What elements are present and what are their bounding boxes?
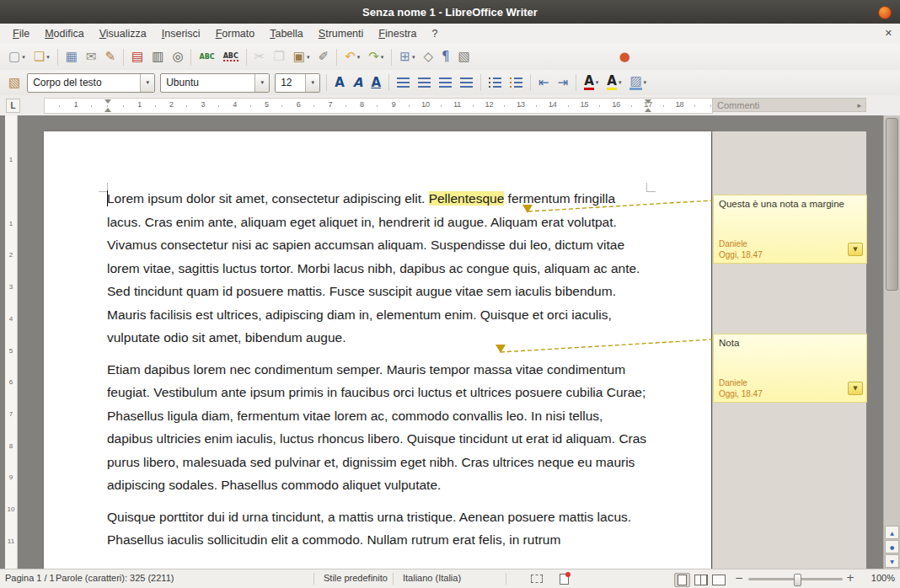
decrease-indent-button[interactable]: ⇤: [535, 72, 553, 93]
styles-panel-button[interactable]: ▧: [5, 72, 24, 93]
menu-?[interactable]: ?: [424, 25, 445, 42]
styles-panel-icon: ▧: [8, 77, 20, 89]
menu-modifica[interactable]: Modifica: [37, 25, 92, 42]
background-color-button[interactable]: ▨▾: [626, 72, 650, 93]
font-name-combo[interactable]: Ubuntu▾: [160, 73, 270, 93]
comment-text[interactable]: Nota: [719, 338, 861, 348]
ruler-strip[interactable]: 1123456789101112131415161718: [44, 98, 713, 114]
page-style-status[interactable]: Stile predefinito: [324, 573, 388, 583]
font-color-button[interactable]: A▾: [581, 72, 602, 93]
show-draw-functions-button[interactable]: ◇: [420, 47, 437, 67]
single-page-view-button[interactable]: [674, 573, 690, 587]
highlighting-dropdown-arrow-icon[interactable]: ▾: [619, 79, 622, 86]
zoom-level[interactable]: 100%: [871, 573, 895, 583]
menu-file[interactable]: File: [5, 25, 37, 42]
menu-finestra[interactable]: Finestra: [371, 25, 424, 42]
font-color-dropdown-arrow-icon[interactable]: ▾: [596, 79, 599, 86]
next-page-button[interactable]: ▼: [885, 554, 899, 568]
document-modified-icon[interactable]: [560, 574, 569, 585]
export-pdf-button[interactable]: ▤: [128, 47, 147, 67]
page-number-status[interactable]: Pagina 1 / 1: [5, 573, 55, 583]
zoom-slider[interactable]: [748, 578, 843, 580]
menu-tabella[interactable]: Tabella: [262, 25, 311, 42]
paragraph-style-dropdown-arrow-icon[interactable]: ▾: [140, 74, 154, 92]
background-color-dropdown-arrow-icon[interactable]: ▾: [644, 79, 647, 86]
menu-formato[interactable]: Formato: [208, 25, 263, 42]
redo-button[interactable]: ↷▾: [365, 47, 387, 67]
paragraph[interactable]: Etiam dapibus lorem nec condimentum semp…: [107, 358, 648, 497]
navigation-button[interactable]: ●: [885, 540, 899, 553]
increase-indent-button[interactable]: ⇥: [554, 72, 572, 93]
paragraph-style-combo[interactable]: Corpo del testo▾: [27, 73, 155, 93]
comment-note[interactable]: Questa è una nota a margine Daniele Oggi…: [713, 195, 867, 264]
paste-dropdown-arrow-icon[interactable]: ▾: [307, 54, 310, 61]
scrollbar-thumb[interactable]: [886, 118, 898, 291]
align-left-button[interactable]: [394, 72, 413, 93]
zoom-out-button[interactable]: −: [735, 572, 743, 584]
formatting-marks-button[interactable]: ¶: [438, 47, 453, 67]
email-button[interactable]: ✉: [83, 47, 100, 67]
paragraph-text[interactable]: Lorem ipsum dolor sit amet, consectetur …: [107, 191, 429, 206]
underline-button[interactable]: A: [367, 72, 384, 93]
font-name-dropdown-arrow-icon[interactable]: ▾: [254, 74, 269, 92]
word-count-status[interactable]: Parole (caratteri): 325 (2211): [56, 573, 174, 583]
paragraph-text[interactable]: fermentum fringilla lacus. Cras enim ant…: [107, 191, 640, 345]
font-size-dropdown-arrow-icon[interactable]: ▾: [305, 74, 319, 92]
align-right-button[interactable]: [436, 72, 455, 93]
tab-stop-selector[interactable]: L: [6, 99, 20, 113]
selection-mode-icon[interactable]: [531, 575, 543, 583]
help-button[interactable]: ●: [616, 47, 634, 67]
window-close-button[interactable]: [878, 6, 892, 19]
bold-button[interactable]: A: [331, 72, 348, 93]
book-view-button[interactable]: [712, 575, 726, 585]
paragraph[interactable]: Quisque porttitor dui id urna tincidunt,…: [107, 505, 648, 552]
align-center-button[interactable]: [415, 72, 434, 93]
vertical-ruler[interactable]: 11234567891011: [5, 115, 18, 569]
insert-table-dropdown-arrow-icon[interactable]: ▾: [412, 54, 415, 61]
document-close-icon[interactable]: ✕: [885, 28, 892, 39]
print-button[interactable]: ▥: [148, 47, 167, 67]
left-indent-marker[interactable]: [104, 108, 111, 112]
comment-highlight[interactable]: Pellentesque: [429, 191, 505, 206]
new-document-button[interactable]: ▢▾: [5, 47, 29, 67]
previous-page-button[interactable]: ▲: [885, 526, 899, 539]
ordered-list-button[interactable]: [485, 72, 505, 93]
zoom-slider-thumb[interactable]: [794, 574, 801, 586]
auto-spellcheck-button[interactable]: ABC: [220, 47, 242, 67]
menu-strumenti[interactable]: Strumenti: [311, 25, 372, 42]
multi-page-view-button[interactable]: [694, 575, 708, 585]
italic-button[interactable]: A: [350, 72, 367, 93]
comment-text[interactable]: Questa è una nota a margine: [719, 199, 861, 209]
font-size-combo[interactable]: 12▾: [275, 73, 320, 93]
open-dropdown-arrow-icon[interactable]: ▾: [46, 54, 50, 61]
comment-note[interactable]: Nota Daniele Oggi, 18.47 ▼: [713, 334, 867, 403]
justify-button[interactable]: [457, 72, 476, 93]
spelling-button[interactable]: ABC: [196, 47, 217, 67]
page[interactable]: Lorem ipsum dolor sit amet, consectetur …: [44, 131, 711, 569]
comment-menu-button[interactable]: ▼: [848, 243, 863, 256]
left-margin-marker-top[interactable]: [104, 99, 111, 104]
paragraph[interactable]: Lorem ipsum dolor sit amet, consectetur …: [107, 187, 648, 350]
language-status[interactable]: Italiano (Italia): [403, 573, 461, 583]
open-button[interactable]: ❏▾: [30, 47, 53, 67]
highlighting-button[interactable]: A▾: [603, 72, 624, 93]
unordered-list-button[interactable]: [506, 72, 526, 93]
menu-visualizza[interactable]: Visualizza: [92, 25, 154, 42]
redo-dropdown-arrow-icon[interactable]: ▾: [381, 54, 384, 61]
print-preview-button[interactable]: ◎: [169, 47, 186, 67]
comments-panel-arrow-icon[interactable]: ▸: [857, 101, 861, 110]
menu-inserisci[interactable]: Inserisci: [154, 25, 208, 42]
vertical-scrollbar[interactable]: ▲ ● ▼: [883, 115, 900, 569]
zoom-in-button[interactable]: +: [846, 572, 854, 584]
new-document-dropdown-arrow-icon[interactable]: ▾: [22, 54, 25, 61]
save-button[interactable]: ▦: [62, 47, 81, 67]
insert-table-button[interactable]: ⊞▾: [396, 47, 418, 67]
undo-button[interactable]: ↶▾: [341, 47, 363, 67]
gallery-button[interactable]: ▧: [455, 47, 474, 67]
clone-formatting-button[interactable]: ✐: [315, 47, 333, 67]
edit-mode-button[interactable]: ✎: [101, 47, 119, 67]
document-text[interactable]: Lorem ipsum dolor sit amet, consectetur …: [107, 187, 648, 560]
paste-button[interactable]: ▣▾: [290, 47, 313, 67]
comment-menu-button[interactable]: ▼: [848, 382, 863, 395]
undo-dropdown-arrow-icon[interactable]: ▾: [357, 54, 361, 61]
